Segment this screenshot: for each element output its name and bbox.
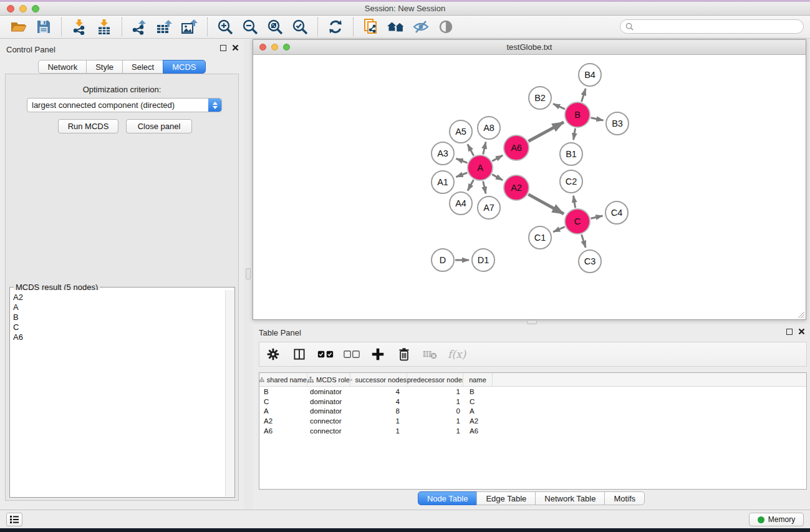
vertical-divider-grabber[interactable]	[246, 268, 251, 279]
memory-button[interactable]: Memory	[749, 513, 804, 526]
table-row-B[interactable]: Bdominator41B	[259, 387, 806, 397]
float-table-panel-icon[interactable]	[786, 329, 793, 335]
graph-node-A3[interactable]: A3	[432, 142, 454, 165]
close-panel-button[interactable]: Close panel	[126, 119, 192, 133]
table-options-button[interactable]	[264, 346, 282, 363]
svg-text:D: D	[440, 255, 446, 265]
zoom-selected-button[interactable]	[289, 17, 311, 37]
network-canvas[interactable]: B4B2BB3A8A5A6A3B1AA1C2A2A4A7C4CC1C3DD1	[253, 55, 806, 319]
tab-network[interactable]: Network	[38, 60, 87, 74]
tab-network-table[interactable]: Network Table	[535, 491, 605, 505]
graph-edge-A-A4	[468, 180, 474, 190]
toolbar-separator	[317, 17, 318, 36]
graph-node-B[interactable]: B	[565, 102, 590, 127]
column-header-successor-nodes[interactable]: successor nodes	[350, 373, 407, 386]
search-box[interactable]	[620, 19, 804, 34]
result-item-C[interactable]: C	[13, 322, 223, 332]
tab-motifs[interactable]: Motifs	[604, 491, 645, 505]
network-window-titlebar[interactable]: testGlobe.txt	[253, 40, 806, 55]
close-table-panel-icon[interactable]	[798, 328, 805, 335]
result-item-A[interactable]: A	[13, 302, 223, 312]
graph-node-A1[interactable]: A1	[432, 171, 454, 193]
graph-node-D[interactable]: D	[432, 249, 454, 271]
export-image-button[interactable]	[178, 17, 201, 37]
tab-node-table[interactable]: Node Table	[418, 491, 478, 505]
graph-node-D1[interactable]: D1	[472, 249, 494, 271]
graph-node-A8[interactable]: A8	[478, 117, 500, 139]
criterion-select[interactable]: largest connected component (directed)	[27, 98, 222, 112]
result-list-scrollbar[interactable]	[225, 290, 234, 496]
table-header-row[interactable]: shared nameMCDS rolesuccessor nodesprede…	[259, 373, 806, 387]
table-row-A6[interactable]: A6connector11A6	[259, 426, 806, 436]
svg-text:B4: B4	[584, 70, 595, 80]
graph-node-B4[interactable]: B4	[579, 64, 601, 86]
show-columns-button[interactable]	[291, 346, 308, 363]
table-row-C[interactable]: Cdominator41C	[259, 397, 806, 407]
table-toolbar: f(x)	[259, 342, 807, 367]
run-mcds-button[interactable]: Run MCDS	[58, 119, 118, 133]
graph-node-C4[interactable]: C4	[605, 201, 628, 224]
graph-node-A2[interactable]: A2	[504, 175, 529, 200]
save-session-button[interactable]	[32, 17, 55, 37]
svg-text:A2: A2	[511, 183, 522, 193]
zoom-in-button[interactable]	[214, 17, 236, 37]
zoom-out-button[interactable]	[239, 17, 261, 37]
graph-node-A4[interactable]: A4	[450, 192, 472, 215]
tab-select[interactable]: Select	[122, 60, 163, 74]
refresh-button[interactable]	[324, 17, 347, 37]
float-panel-icon[interactable]	[220, 45, 226, 51]
table-row-A[interactable]: Adominator80A	[259, 406, 806, 416]
graph-node-A5[interactable]: A5	[450, 120, 472, 143]
graph-node-C[interactable]: C	[565, 209, 590, 234]
column-header-predecessor-nodes[interactable]: predecessor nodes	[407, 373, 463, 386]
close-panel-icon[interactable]	[232, 44, 239, 51]
search-input[interactable]	[637, 22, 803, 31]
select-all-button[interactable]	[317, 346, 334, 363]
hide-graphics-details-button[interactable]	[410, 17, 432, 37]
show-panels-list-button[interactable]	[6, 513, 22, 526]
open-session-button[interactable]	[7, 17, 30, 37]
delete-column-button[interactable]	[395, 346, 413, 363]
tab-style[interactable]: Style	[86, 60, 123, 74]
graph-node-A[interactable]: A	[468, 155, 493, 180]
graph-edge-B-B1	[574, 128, 576, 140]
main-toolbar	[0, 16, 810, 39]
column-header-shared-name[interactable]: shared name	[259, 373, 307, 386]
export-table-button[interactable]	[153, 17, 176, 37]
cell: 1	[407, 416, 463, 426]
graph-node-C3[interactable]: C3	[579, 250, 601, 273]
zoom-in-icon	[216, 18, 234, 36]
home-button[interactable]	[385, 17, 407, 37]
graph-node-B3[interactable]: B3	[606, 112, 629, 135]
column-header-name[interactable]: name	[463, 373, 493, 386]
node-table: shared nameMCDS rolesuccessor nodesprede…	[259, 372, 807, 490]
import-network-button[interactable]	[68, 17, 90, 37]
graph-node-A7[interactable]: A7	[478, 196, 500, 219]
clone-network-button[interactable]	[360, 17, 382, 37]
graph-edge-A-A8	[483, 142, 486, 154]
import-table-button[interactable]	[93, 17, 115, 37]
tab-edge-table[interactable]: Edge Table	[476, 491, 536, 505]
horizontal-divider-grabber[interactable]	[527, 320, 537, 324]
result-item-A2[interactable]: A2	[13, 293, 223, 302]
resize-grip[interactable]	[796, 310, 805, 319]
column-header-MCDS-role[interactable]: MCDS role	[307, 373, 350, 386]
deselect-all-button[interactable]	[343, 346, 360, 363]
zoom-fit-button[interactable]	[264, 17, 286, 37]
graph-node-B1[interactable]: B1	[560, 143, 582, 165]
show-graphics-details-button[interactable]	[435, 17, 457, 37]
result-item-B[interactable]: B	[13, 312, 223, 322]
graph-node-C1[interactable]: C1	[529, 226, 551, 249]
export-network-button[interactable]	[128, 17, 151, 37]
graph-node-C2[interactable]: C2	[560, 170, 582, 193]
graph-edge-C-C1	[553, 227, 565, 232]
mcds-result-list: A2ABCA6	[11, 290, 225, 496]
table-body: Bdominator41BCdominator41CAdominator80AA…	[259, 387, 806, 435]
svg-text:B3: B3	[612, 118, 623, 128]
graph-node-B2[interactable]: B2	[529, 87, 551, 109]
add-column-button[interactable]	[369, 346, 387, 363]
tab-mcds[interactable]: MCDS	[163, 60, 205, 74]
result-item-A6[interactable]: A6	[13, 332, 223, 342]
table-row-A2[interactable]: A2connector11A2	[259, 416, 806, 426]
graph-node-A6[interactable]: A6	[504, 135, 529, 160]
